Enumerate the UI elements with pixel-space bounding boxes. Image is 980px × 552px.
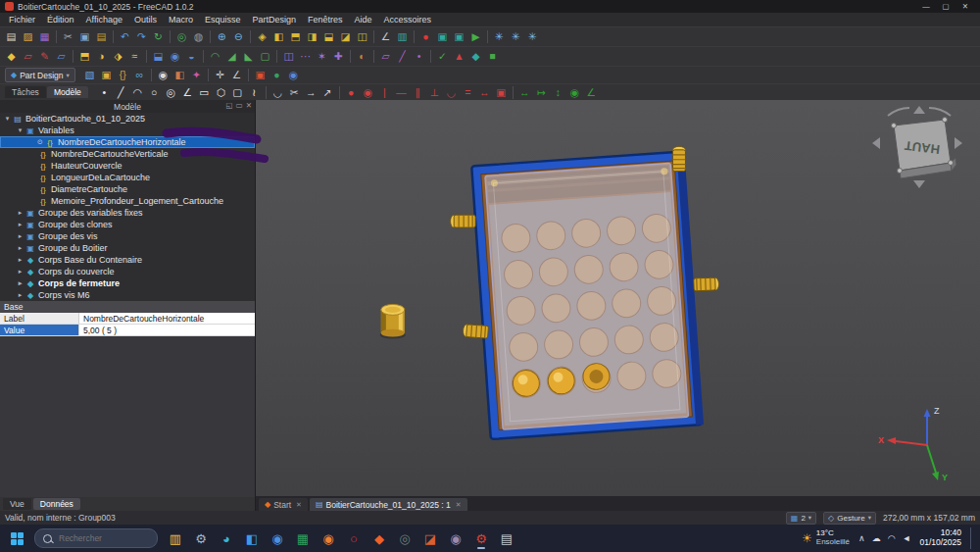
tree-item[interactable]: ▸ ▣ Groupe du Boitier (0, 242, 255, 254)
toolbar-button-loft[interactable]: ⬗ (110, 49, 126, 64)
taskbar-app-excel[interactable]: ▦ (292, 527, 314, 549)
toolbar-button-view-isometric[interactable]: ◈ (254, 29, 270, 44)
expand-arrow-icon[interactable]: ▸ (16, 268, 24, 276)
toolbar-button-constrain-symmetric[interactable]: ↔ (476, 85, 493, 100)
toolbar-button-sketch-point[interactable]: • (96, 85, 113, 100)
taskbar-app-chrome[interactable]: ◉ (267, 527, 288, 549)
toolbar-button-make-link[interactable]: ∞ (131, 68, 148, 82)
close-button[interactable]: ✕ (956, 2, 975, 11)
toolbar-button-external-geometry[interactable]: ↗ (319, 85, 336, 100)
clock-widget[interactable]: 10:40 01/10/2025 (919, 528, 961, 547)
toolbar-button-part-sphere[interactable]: ◉ (285, 68, 302, 82)
toolbar-button-draw-style[interactable]: ◍ (190, 29, 207, 44)
3d-canvas[interactable]: HAUT Z X Y (256, 100, 980, 496)
toolbar-button-sketch-extend[interactable]: → (303, 85, 319, 100)
show-desktop-button[interactable] (970, 527, 974, 549)
tree-item[interactable]: ⊙ {} NombreDeCartoucheHorizontale (0, 136, 255, 148)
property-value[interactable]: NombreDeCartoucheHorizontale (79, 313, 255, 324)
expand-arrow-icon[interactable]: ▸ (16, 279, 24, 287)
toolbar-button-sketch-slot[interactable]: ▢ (229, 85, 246, 100)
toolbar-button-record-macro[interactable]: ● (417, 29, 434, 44)
start-button[interactable] (6, 527, 27, 549)
view-sync-select[interactable]: ▦ 2 ▾ (786, 512, 816, 525)
toolbar-button-toggle-visibility[interactable]: ◉ (155, 68, 172, 82)
toolbar-button-revolution[interactable]: ◑ (93, 49, 110, 64)
toolbar-button-sketch-conic[interactable]: ◎ (163, 85, 179, 100)
taskbar-app-firefox[interactable]: ◉ (318, 527, 339, 549)
toolbar-button-open[interactable]: ▨ (20, 29, 36, 44)
toolbar-button-view-right[interactable]: ◨ (304, 29, 320, 44)
toolbar-button-sketch-line[interactable]: ╱ (113, 85, 129, 100)
search-input[interactable] (57, 532, 139, 544)
property-group-header[interactable]: Base (0, 301, 255, 313)
toolbar-button-map-sketch[interactable]: ▱ (53, 49, 70, 64)
toolbar-button-align[interactable]: ✛ (212, 68, 228, 82)
toolbar-button-sketch-trim[interactable]: ✂ (286, 85, 303, 100)
tree-item[interactable]: {} Memoire_Profondeur_Logement_Cartouche (0, 195, 255, 207)
toolbar-button-sketch-polygon[interactable]: ⬡ (213, 85, 229, 100)
toolbar-button-fillet[interactable]: ◠ (207, 49, 223, 64)
toolbar-button-random-color[interactable]: ✦ (188, 68, 205, 82)
toolbar-button-dim-distance[interactable]: ↔ (516, 85, 533, 100)
toolbar-button-view-front[interactable]: ◧ (270, 29, 287, 44)
toolbar-button-measure[interactable]: ∠ (377, 29, 394, 44)
toolbar-button-boolean[interactable]: ◐ (354, 49, 370, 64)
taskbar-app-file-explorer[interactable]: ▥ (165, 527, 186, 549)
tree-item[interactable]: ▸ ◆ Corps Base du Contenaire (0, 254, 255, 266)
toolbar-button-sketch-rectangle[interactable]: ▭ (196, 85, 213, 100)
toolbar-button-refresh[interactable]: ↻ (150, 29, 167, 44)
toolbar-button-sketch-bspline[interactable]: ≀ (246, 85, 263, 100)
toolbar-button-constrain-horizontal[interactable]: ― (393, 85, 410, 100)
toolbar-button-draft[interactable]: ◣ (240, 49, 257, 64)
property-tab[interactable]: Vue (3, 498, 31, 510)
toolbar-button-view-rear[interactable]: ⬓ (320, 29, 337, 44)
toolbar-button-check-geometry[interactable]: ✓ (434, 49, 451, 64)
toolbar-button-linear-pattern[interactable]: ⋯ (297, 49, 314, 64)
taskbar-app-settings[interactable]: ⚙ (190, 527, 212, 549)
toolbar-button-dim-vertical[interactable]: ↕ (550, 85, 566, 100)
toolbar-button-polar-pattern[interactable]: ✶ (314, 49, 330, 64)
toolbar-button-constrain-tangent[interactable]: ◡ (443, 85, 460, 100)
toolbar-button-new-document[interactable]: ▤ (3, 29, 20, 44)
menu-item[interactable]: Affichage (80, 15, 128, 25)
toolbar-button-undo[interactable]: ↶ (117, 29, 133, 44)
toolbar-button-mirror[interactable]: ◫ (280, 49, 297, 64)
toolbar-button-datum-line[interactable]: ╱ (394, 49, 411, 64)
nav-style-select[interactable]: ◇ Gesture ▾ (823, 512, 876, 525)
toolbar-button-edit-sketch[interactable]: ✎ (36, 49, 53, 64)
menu-item[interactable]: Fichier (3, 15, 41, 25)
toolbar-button-constrain-vertical[interactable]: | (376, 85, 393, 100)
close-tab-icon[interactable]: ✕ (296, 501, 302, 509)
toolbar-button-shape-binder[interactable]: ◆ (467, 49, 484, 64)
toolbar-button-constrain-equal[interactable]: = (460, 85, 476, 100)
toolbar-button-sketch-fillet[interactable]: ◡ (270, 85, 286, 100)
toolbar-button-hole[interactable]: ◉ (167, 49, 183, 64)
menu-item[interactable]: Outils (128, 15, 163, 25)
navigation-cube[interactable]: HAUT (868, 102, 966, 192)
visibility-eye-icon[interactable]: ⊙ (37, 138, 43, 146)
property-value[interactable]: 5,00 ( 5 ) (79, 325, 255, 335)
toolbar-button-constrain-coincident[interactable]: ● (343, 85, 360, 100)
toolbar-button-create-body[interactable]: ◆ (3, 49, 20, 64)
toolbar-button-cut[interactable]: ✂ (60, 29, 76, 44)
expand-arrow-icon[interactable]: ▸ (16, 221, 24, 228)
menu-item[interactable]: Esquisse (199, 15, 247, 25)
tree-item[interactable]: ▸ ◆ Corps de fermeture (0, 277, 255, 289)
taskbar-app-vscode[interactable]: ◧ (241, 527, 263, 549)
tree-item[interactable]: {} NombreDeCartoucheVerticale (0, 148, 255, 160)
property-tab[interactable]: Données (33, 498, 80, 510)
expand-arrow-icon[interactable]: ▸ (16, 209, 24, 217)
weather-widget[interactable]: ☀ 13°C Ensoleillé (802, 529, 850, 546)
toolbar-button-appearance-3[interactable]: ✳ (524, 29, 541, 44)
panel-close-icon[interactable]: ✕ (246, 101, 252, 110)
taskbar-app-brave[interactable]: ◆ (368, 527, 390, 549)
toolbar-button-measure-3d[interactable]: ∠ (228, 68, 245, 82)
expand-arrow-icon[interactable]: ▸ (16, 232, 24, 240)
toolbar-button-thickness[interactable]: ▢ (257, 49, 273, 64)
toolbar-button-fit-all[interactable]: ◎ (173, 29, 190, 44)
panel-float-icon[interactable]: ◱ (226, 101, 233, 110)
toolbar-button-create-varset[interactable]: {} (115, 68, 131, 82)
toolbar-button-zoom-in[interactable]: ⊕ (214, 29, 230, 44)
minimize-button[interactable]: — (916, 2, 936, 11)
taskbar-app-edge[interactable]: ◕ (216, 527, 237, 549)
